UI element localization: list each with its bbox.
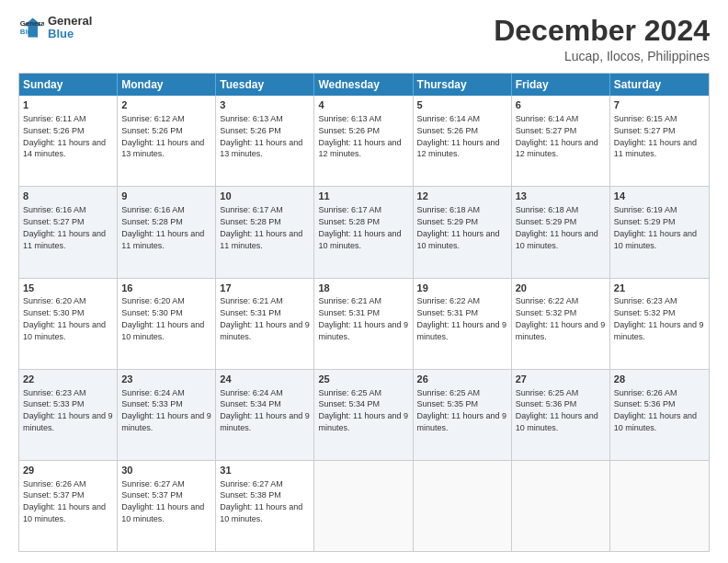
table-row: 1 Sunrise: 6:11 AM Sunset: 5:26 PM Dayli… <box>19 96 118 186</box>
table-row: 19 Sunrise: 6:22 AM Sunset: 5:31 PM Dayl… <box>414 279 512 369</box>
week-2: 8 Sunrise: 6:16 AM Sunset: 5:27 PM Dayli… <box>19 186 709 277</box>
logo-text-blue: Blue <box>48 28 92 40</box>
col-saturday: Saturday <box>610 74 709 96</box>
col-friday: Friday <box>512 74 610 96</box>
week-4: 22 Sunrise: 6:23 AM Sunset: 5:33 PM Dayl… <box>19 369 709 460</box>
table-row: 28 Sunrise: 6:26 AM Sunset: 5:36 PM Dayl… <box>610 370 709 460</box>
svg-text:General: General <box>20 20 44 29</box>
table-row: 16 Sunrise: 6:20 AM Sunset: 5:30 PM Dayl… <box>118 279 216 369</box>
table-row: 5 Sunrise: 6:14 AM Sunset: 5:26 PM Dayli… <box>414 96 512 186</box>
week-3: 15 Sunrise: 6:20 AM Sunset: 5:30 PM Dayl… <box>19 278 709 369</box>
calendar: Sunday Monday Tuesday Wednesday Thursday… <box>18 73 710 552</box>
table-row: 13 Sunrise: 6:18 AM Sunset: 5:29 PM Dayl… <box>512 187 610 277</box>
table-row: 14 Sunrise: 6:19 AM Sunset: 5:29 PM Dayl… <box>610 187 709 277</box>
table-row: 8 Sunrise: 6:16 AM Sunset: 5:27 PM Dayli… <box>19 187 118 277</box>
table-row: 29 Sunrise: 6:26 AM Sunset: 5:37 PM Dayl… <box>19 461 118 551</box>
col-thursday: Thursday <box>414 74 512 96</box>
col-tuesday: Tuesday <box>216 74 314 96</box>
table-row: 9 Sunrise: 6:16 AM Sunset: 5:28 PM Dayli… <box>118 187 216 277</box>
col-monday: Monday <box>118 74 216 96</box>
table-row: 6 Sunrise: 6:14 AM Sunset: 5:27 PM Dayli… <box>512 96 610 186</box>
table-row: 7 Sunrise: 6:15 AM Sunset: 5:27 PM Dayli… <box>610 96 709 186</box>
page: General Blue General Blue December 2024 … <box>0 0 728 563</box>
table-row: 2 Sunrise: 6:12 AM Sunset: 5:26 PM Dayli… <box>118 96 216 186</box>
logo-text-general: General <box>48 15 92 28</box>
table-row: 4 Sunrise: 6:13 AM Sunset: 5:26 PM Dayli… <box>314 96 413 186</box>
col-sunday: Sunday <box>19 74 118 96</box>
table-row: 22 Sunrise: 6:23 AM Sunset: 5:33 PM Dayl… <box>19 370 118 460</box>
table-row: 12 Sunrise: 6:18 AM Sunset: 5:29 PM Dayl… <box>414 187 512 277</box>
col-wednesday: Wednesday <box>314 74 413 96</box>
week-5: 29 Sunrise: 6:26 AM Sunset: 5:37 PM Dayl… <box>19 460 709 551</box>
table-row <box>414 461 512 551</box>
table-row: 24 Sunrise: 6:24 AM Sunset: 5:34 PM Dayl… <box>216 370 314 460</box>
logo-icon: General Blue <box>18 15 44 40</box>
table-row: 21 Sunrise: 6:23 AM Sunset: 5:32 PM Dayl… <box>610 279 709 369</box>
week-1: 1 Sunrise: 6:11 AM Sunset: 5:26 PM Dayli… <box>19 96 709 186</box>
title-block: December 2024 Lucap, Ilocos, Philippines <box>494 15 710 63</box>
table-row: 20 Sunrise: 6:22 AM Sunset: 5:32 PM Dayl… <box>512 279 610 369</box>
table-row: 31 Sunrise: 6:27 AM Sunset: 5:38 PM Dayl… <box>216 461 314 551</box>
table-row <box>610 461 709 551</box>
table-row: 18 Sunrise: 6:21 AM Sunset: 5:31 PM Dayl… <box>314 279 413 369</box>
table-row <box>314 461 413 551</box>
calendar-header: Sunday Monday Tuesday Wednesday Thursday… <box>19 74 709 96</box>
logo: General Blue General Blue <box>18 15 92 41</box>
table-row: 10 Sunrise: 6:17 AM Sunset: 5:28 PM Dayl… <box>216 187 314 277</box>
month-title: December 2024 <box>494 15 710 47</box>
calendar-body: 1 Sunrise: 6:11 AM Sunset: 5:26 PM Dayli… <box>19 96 709 551</box>
header: General Blue General Blue December 2024 … <box>18 15 710 63</box>
table-row: 25 Sunrise: 6:25 AM Sunset: 5:34 PM Dayl… <box>314 370 413 460</box>
table-row: 27 Sunrise: 6:25 AM Sunset: 5:36 PM Dayl… <box>512 370 610 460</box>
table-row: 30 Sunrise: 6:27 AM Sunset: 5:37 PM Dayl… <box>118 461 216 551</box>
table-row: 26 Sunrise: 6:25 AM Sunset: 5:35 PM Dayl… <box>414 370 512 460</box>
table-row: 23 Sunrise: 6:24 AM Sunset: 5:33 PM Dayl… <box>118 370 216 460</box>
table-row <box>512 461 610 551</box>
table-row: 11 Sunrise: 6:17 AM Sunset: 5:28 PM Dayl… <box>314 187 413 277</box>
table-row: 17 Sunrise: 6:21 AM Sunset: 5:31 PM Dayl… <box>216 279 314 369</box>
table-row: 15 Sunrise: 6:20 AM Sunset: 5:30 PM Dayl… <box>19 279 118 369</box>
table-row: 3 Sunrise: 6:13 AM Sunset: 5:26 PM Dayli… <box>216 96 314 186</box>
location-title: Lucap, Ilocos, Philippines <box>494 49 710 63</box>
svg-text:Blue: Blue <box>20 28 37 36</box>
